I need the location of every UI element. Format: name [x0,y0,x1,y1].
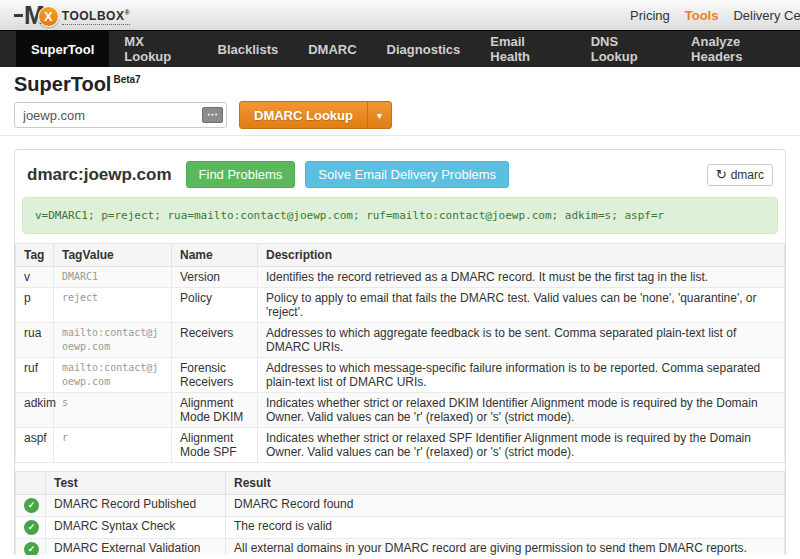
dmarc-lookup-button[interactable]: DMARC Lookup ▾ [239,101,392,129]
tagvalue-cell: s [54,393,172,428]
refresh-button-label: dmarc [731,168,764,182]
dmarc-tag-table: Tag TagValue Name Description vDMARC1Ver… [15,243,785,463]
status-cell: ✓ [16,539,46,556]
page-title: SuperToolBeta7 [14,73,786,96]
name-cell: Forensic Receivers [172,358,258,393]
domain-input-wrap: ⋯ [14,102,227,128]
dmarc-record-alert: v=DMARC1; p=reject; rua=mailto:contact@j… [22,197,778,234]
nav-dmarc[interactable]: DMARC [293,31,371,67]
tag-table-row: rufmailto:contact@joewp.comForensic Rece… [16,358,785,393]
description-cell: Policy to apply to email that fails the … [258,288,785,323]
tag-table-row: prejectPolicyPolicy to apply to email th… [16,288,785,323]
result-column-header: Result [226,472,785,495]
name-cell: Version [172,267,258,288]
test-cell: DMARC Syntax Check [46,517,226,539]
solve-email-delivery-button[interactable]: Solve Email Delivery Problems [305,161,509,188]
top-nav-tools[interactable]: Tools [685,8,719,23]
test-table-row: ✓DMARC External ValidationAll external d… [16,539,785,556]
name-cell: Alignment Mode SPF [172,428,258,463]
input-options-icon[interactable]: ⋯ [202,107,223,123]
tag-cell: aspf [16,428,54,463]
mxtoolbox-logo[interactable]: M X TOOLBOX® [14,3,130,28]
supertool-section: SuperToolBeta7 ⋯ DMARC Lookup ▾ [0,67,800,129]
test-cell: DMARC External Validation [46,539,226,556]
logo-dash [14,14,23,17]
tagvalue-cell: DMARC1 [54,267,172,288]
refresh-icon: ↻ [716,169,727,181]
result-title: dmarc:joewp.com [27,165,172,185]
name-cell: Receivers [172,323,258,358]
test-cell: DMARC Record Published [46,495,226,517]
find-problems-button[interactable]: Find Problems [186,161,296,188]
logo-toolbox-text: TOOLBOX® [62,9,130,25]
top-nav: Pricing Tools Delivery Center M [630,0,800,30]
pass-check-icon: ✓ [24,542,39,555]
domain-input[interactable] [14,102,227,128]
result-header: dmarc:joewp.com Find Problems Solve Emai… [15,150,785,196]
description-cell: Indicates whether strict or relaxed SPF … [258,428,785,463]
description-cell: Identifies the record retrieved as a DMA… [258,267,785,288]
tagvalue-cell: r [54,428,172,463]
test-column-header: Test [46,472,226,495]
result-cell: The record is valid [226,517,785,539]
nav-dns-lookup[interactable]: DNS Lookup [576,31,676,67]
tag-table-row: ruamailto:contact@joewp.comReceiversAddr… [16,323,785,358]
tag-table-row: aspfrAlignment Mode SPFIndicates whether… [16,428,785,463]
registered-mark: ® [124,9,130,16]
beta-label: Beta7 [113,74,140,85]
tag-cell: v [16,267,54,288]
tag-table-header-row: Tag TagValue Name Description [16,244,785,267]
nav-blacklists[interactable]: Blacklists [203,31,294,67]
page-title-text: SuperTool [14,73,111,95]
dmarc-test-table: Test Result ✓DMARC Record PublishedDMARC… [15,471,785,555]
site-header: M X TOOLBOX® Pricing Tools Delivery Cent… [0,0,800,30]
tagvalue-cell: mailto:contact@joewp.com [54,358,172,393]
status-cell: ✓ [16,517,46,539]
description-column-header: Description [258,244,785,267]
lookup-row: ⋯ DMARC Lookup ▾ [14,101,786,129]
chevron-down-icon[interactable]: ▾ [367,102,391,128]
tag-table-row: adkimsAlignment Mode DKIMIndicates wheth… [16,393,785,428]
description-cell: Addresses to which message-specific fail… [258,358,785,393]
tagvalue-column-header: TagValue [54,244,172,267]
result-panel-wrap: dmarc:joewp.com Find Problems Solve Emai… [14,149,786,555]
pass-check-icon: ✓ [24,498,39,513]
tag-column-header: Tag [16,244,54,267]
test-table-row: ✓DMARC Syntax CheckThe record is valid [16,517,785,539]
description-cell: Addresses to which aggregate feedback is… [258,323,785,358]
name-column-header: Name [172,244,258,267]
main-navbar: SuperTool MX Lookup Blacklists DMARC Dia… [0,30,800,67]
dmarc-lookup-button-label[interactable]: DMARC Lookup [240,102,367,128]
section-divider [0,135,800,136]
name-cell: Policy [172,288,258,323]
logo-toolbox-word: TOOLBOX [62,9,125,23]
result-cell: All external domains in your DMARC recor… [226,539,785,556]
refresh-dmarc-button[interactable]: ↻ dmarc [707,164,773,186]
tag-cell: ruf [16,358,54,393]
top-nav-pricing[interactable]: Pricing [630,8,670,23]
nav-analyze-headers[interactable]: Analyze Headers [676,31,800,67]
result-panel: dmarc:joewp.com Find Problems Solve Emai… [14,149,786,555]
description-cell: Indicates whether strict or relaxed DKIM… [258,393,785,428]
name-cell: Alignment Mode DKIM [172,393,258,428]
tagvalue-cell: mailto:contact@joewp.com [54,323,172,358]
pass-check-icon: ✓ [24,520,39,535]
tag-cell: adkim [16,393,54,428]
test-table-header-row: Test Result [16,472,785,495]
test-table-row: ✓DMARC Record PublishedDMARC Record foun… [16,495,785,517]
status-cell: ✓ [16,495,46,517]
tag-cell: p [16,288,54,323]
nav-diagnostics[interactable]: Diagnostics [372,31,476,67]
tagvalue-cell: reject [54,288,172,323]
nav-supertool[interactable]: SuperTool [16,31,109,67]
result-cell: DMARC Record found [226,495,785,517]
nav-mx-lookup[interactable]: MX Lookup [109,31,202,67]
status-column-header [16,472,46,495]
top-nav-delivery-center[interactable]: Delivery Center [733,8,800,23]
nav-email-health[interactable]: Email Health [475,31,575,67]
logo-x-badge-icon: X [38,6,59,27]
tag-table-row: vDMARC1VersionIdentifies the record retr… [16,267,785,288]
tag-cell: rua [16,323,54,358]
